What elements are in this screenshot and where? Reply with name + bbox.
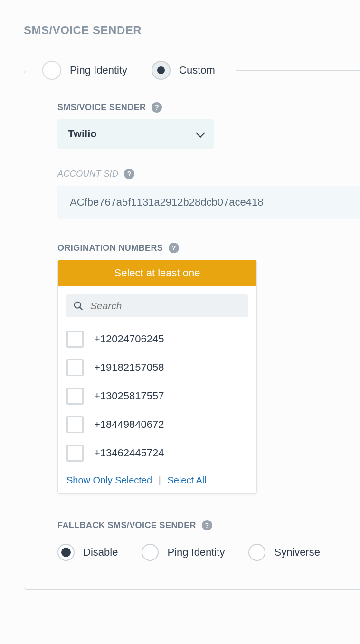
radio-label: Ping Identity — [167, 546, 225, 559]
fallback-option-disable[interactable]: Disable — [57, 544, 118, 561]
radio-label: Disable — [83, 546, 118, 559]
list-item-label: +19182157058 — [94, 361, 164, 374]
radio-icon — [142, 544, 159, 561]
checkbox[interactable] — [66, 416, 84, 433]
checkbox[interactable] — [66, 445, 84, 462]
checkbox[interactable] — [66, 359, 84, 376]
list-item-label: +13462445724 — [94, 447, 164, 459]
list-item-label: +12024706245 — [94, 333, 164, 345]
radio-label: Syniverse — [274, 546, 320, 559]
radio-icon — [248, 544, 265, 561]
radio-ping-identity[interactable]: Ping Identity — [38, 61, 131, 80]
list-item[interactable]: +12024706245 — [66, 325, 248, 353]
radio-icon — [42, 61, 61, 80]
multiselect-footer: Show Only Selected | Select All — [58, 470, 256, 493]
fallback-label: FALLBACK SMS/VOICE SENDER ? — [57, 520, 212, 530]
help-icon[interactable]: ? — [202, 520, 212, 530]
sender-mode-tabs: Ping Identity Custom — [38, 61, 360, 80]
list-item[interactable]: +19182157058 — [66, 353, 248, 382]
fallback-option-syniverse[interactable]: Syniverse — [248, 544, 320, 561]
sender-field-label: SMS/VOICE SENDER ? — [57, 102, 162, 113]
section-title: SMS/VOICE SENDER — [24, 24, 360, 37]
show-only-selected-link[interactable]: Show Only Selected — [66, 475, 152, 485]
svg-line-1 — [80, 307, 82, 310]
list-item[interactable]: +13025817557 — [66, 382, 248, 410]
select-all-link[interactable]: Select All — [167, 475, 206, 485]
list-item[interactable]: +18449840672 — [66, 410, 248, 439]
sender-select[interactable]: Twilio — [57, 119, 214, 149]
help-icon[interactable]: ? — [169, 243, 179, 253]
help-icon[interactable]: ? — [152, 102, 162, 113]
checkbox[interactable] — [66, 388, 84, 405]
multiselect-header: Select at least one — [58, 260, 256, 286]
multiselect-list[interactable]: +12024706245 +19182157058 +13025817557 +… — [58, 323, 256, 470]
origination-numbers-label: ORIGINATION NUMBERS ? — [57, 243, 179, 253]
list-item-label: +18449840672 — [94, 418, 164, 431]
sender-fieldset: Ping Identity Custom SMS/VOICE SENDER ? … — [24, 71, 360, 590]
svg-point-0 — [75, 302, 81, 308]
chevron-down-icon — [196, 128, 205, 138]
list-item-label: +13025817557 — [94, 390, 164, 402]
section-divider — [24, 47, 360, 47]
radio-icon — [57, 544, 75, 561]
radio-label: Custom — [179, 64, 215, 76]
origination-numbers-multiselect: Select at least one +12024706245 +191821… — [57, 260, 257, 494]
radio-label: Ping Identity — [70, 64, 127, 76]
sender-select-value: Twilio — [68, 128, 97, 140]
search-icon — [73, 301, 84, 311]
fallback-option-ping[interactable]: Ping Identity — [142, 544, 225, 561]
radio-icon — [152, 61, 171, 80]
multiselect-search-input[interactable] — [90, 300, 241, 312]
multiselect-search[interactable] — [66, 294, 248, 317]
help-icon[interactable]: ? — [124, 169, 134, 179]
checkbox[interactable] — [66, 331, 84, 348]
account-sid-input[interactable]: ACfbe767a5f1131a2912b28dcb07ace418 — [57, 186, 360, 219]
radio-custom[interactable]: Custom — [148, 61, 219, 80]
list-item[interactable]: +13462445724 — [66, 439, 248, 467]
account-sid-label: ACCOUNT SID ? — [57, 169, 134, 179]
fallback-radio-group: Disable Ping Identity Syniverse — [57, 544, 360, 561]
